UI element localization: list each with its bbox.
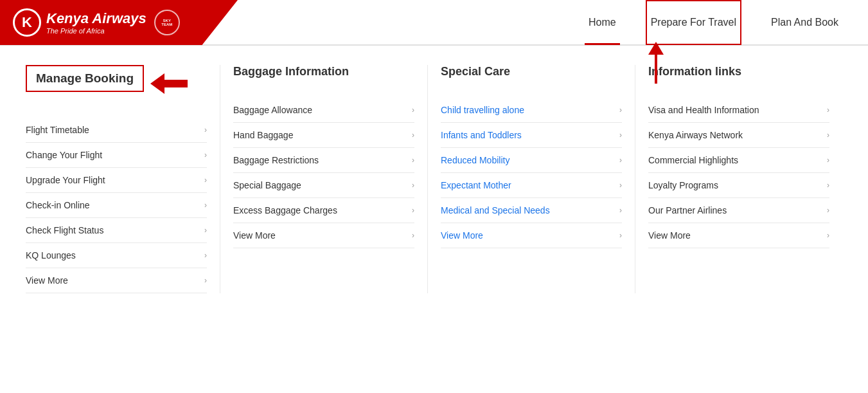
item-label: Upgrade Your Flight: [26, 175, 105, 185]
item-label: Reduced Mobility: [441, 155, 509, 165]
chevron-right-icon: ›: [827, 181, 829, 190]
list-item[interactable]: Upgrade Your Flight ›: [26, 168, 207, 193]
logo-name: Kenya Airways: [46, 10, 146, 27]
list-item[interactable]: Change Your Flight ›: [26, 143, 207, 168]
chevron-right-icon: ›: [204, 251, 207, 260]
item-label: Check-in Online: [26, 200, 90, 210]
chevron-right-icon: ›: [412, 156, 414, 165]
item-label: Change Your Flight: [26, 150, 102, 160]
skyteam-logo: SKY TEAM: [154, 10, 180, 35]
item-label: Expectant Mother: [441, 180, 511, 190]
list-item[interactable]: Child travelling alone ›: [441, 98, 622, 123]
list-item[interactable]: Kenya Airways Network ›: [648, 123, 829, 148]
item-label: Commercial Highlights: [648, 155, 738, 165]
chevron-right-icon: ›: [204, 276, 207, 285]
nav-links: Home Prepare For Travel Plan And Book: [585, 0, 842, 45]
item-label: View More: [648, 230, 691, 241]
list-item[interactable]: View More ›: [441, 223, 622, 248]
info-links-header: Information links: [648, 65, 829, 85]
svg-marker-1: [648, 42, 664, 55]
nav-plan[interactable]: Plan And Book: [767, 0, 842, 45]
item-label: Check Flight Status: [26, 225, 103, 235]
item-label: Flight Timetable: [26, 125, 89, 135]
info-links-column: Information links Visa and Health Inform…: [648, 65, 842, 293]
baggage-column: Baggage Information Baggage Allowance › …: [233, 65, 428, 293]
item-label: Hand Baggage: [233, 130, 293, 140]
left-arrow-annotation: [150, 72, 189, 98]
chevron-right-icon: ›: [619, 131, 622, 140]
item-label: KQ Lounges: [26, 250, 76, 260]
nav-prepare[interactable]: Prepare For Travel: [646, 0, 741, 45]
list-item[interactable]: Visa and Health Information ›: [648, 98, 829, 123]
list-item[interactable]: Hand Baggage ›: [233, 123, 414, 148]
manage-booking-header-row: Manage Booking: [26, 65, 207, 105]
item-label: Baggage Allowance: [233, 105, 312, 115]
chevron-right-icon: ›: [412, 206, 414, 215]
list-item[interactable]: View More ›: [233, 223, 414, 248]
item-label: Our Partner Airlines: [648, 205, 727, 215]
chevron-right-icon: ›: [204, 176, 207, 185]
chevron-right-icon: ›: [619, 156, 622, 165]
list-item[interactable]: Baggage Restrictions ›: [233, 148, 414, 173]
logo-brand: Kenya Airways The Pride of Africa: [46, 10, 146, 35]
svg-marker-2: [150, 73, 188, 94]
logo-banner: K Kenya Airways The Pride of Africa SKY …: [0, 0, 238, 45]
chevron-right-icon: ›: [827, 131, 829, 140]
chevron-right-icon: ›: [412, 131, 414, 140]
list-item[interactable]: KQ Lounges ›: [26, 243, 207, 268]
chevron-right-icon: ›: [827, 231, 829, 240]
list-item[interactable]: Check Flight Status ›: [26, 218, 207, 243]
list-item[interactable]: View More ›: [648, 223, 829, 248]
item-label: Baggage Restrictions: [233, 155, 319, 165]
chevron-right-icon: ›: [412, 105, 414, 114]
list-item[interactable]: Special Baggage ›: [233, 173, 414, 198]
list-item[interactable]: View More ›: [26, 268, 207, 293]
upward-arrow-annotation: [643, 42, 669, 89]
chevron-right-icon: ›: [827, 156, 829, 165]
baggage-header: Baggage Information: [233, 65, 414, 85]
chevron-right-icon: ›: [619, 231, 622, 240]
chevron-right-icon: ›: [204, 201, 207, 210]
item-label: View More: [26, 275, 68, 286]
list-item[interactable]: Reduced Mobility ›: [441, 148, 622, 173]
nav-home[interactable]: Home: [585, 0, 620, 45]
logo-tagline: The Pride of Africa: [46, 27, 146, 35]
logo-k-circle: K: [13, 8, 41, 37]
item-label: Special Baggage: [233, 180, 301, 190]
header: K Kenya Airways The Pride of Africa SKY …: [0, 0, 868, 45]
special-care-column: Special Care Child travelling alone › In…: [441, 65, 635, 293]
item-label: Medical and Special Needs: [441, 205, 550, 215]
special-care-header: Special Care: [441, 65, 622, 85]
item-label: Child travelling alone: [441, 105, 524, 115]
list-item[interactable]: Commercial Highlights ›: [648, 148, 829, 173]
list-item[interactable]: Flight Timetable ›: [26, 118, 207, 143]
chevron-right-icon: ›: [619, 105, 622, 114]
chevron-right-icon: ›: [204, 125, 207, 134]
list-item[interactable]: Medical and Special Needs ›: [441, 198, 622, 223]
manage-booking-header: Manage Booking: [26, 65, 144, 92]
item-label: View More: [441, 230, 483, 241]
item-label: Loyalty Programs: [648, 180, 718, 190]
item-label: Kenya Airways Network: [648, 130, 743, 140]
item-label: Infants and Toddlers: [441, 130, 522, 140]
chevron-right-icon: ›: [412, 181, 414, 190]
dropdown-menu: Manage Booking Flight Timetable › Change…: [0, 45, 868, 306]
chevron-right-icon: ›: [412, 231, 414, 240]
chevron-right-icon: ›: [619, 181, 622, 190]
item-label: Excess Baggage Charges: [233, 205, 337, 215]
chevron-right-icon: ›: [204, 226, 207, 235]
list-item[interactable]: Baggage Allowance ›: [233, 98, 414, 123]
chevron-right-icon: ›: [827, 105, 829, 114]
manage-booking-column: Manage Booking Flight Timetable › Change…: [26, 65, 220, 293]
item-label: Visa and Health Information: [648, 105, 759, 115]
list-item[interactable]: Check-in Online ›: [26, 193, 207, 218]
list-item[interactable]: Expectant Mother ›: [441, 173, 622, 198]
chevron-right-icon: ›: [619, 206, 622, 215]
chevron-right-icon: ›: [204, 151, 207, 160]
list-item[interactable]: Our Partner Airlines ›: [648, 198, 829, 223]
chevron-right-icon: ›: [827, 206, 829, 215]
list-item[interactable]: Infants and Toddlers ›: [441, 123, 622, 148]
item-label: View More: [233, 230, 276, 241]
list-item[interactable]: Excess Baggage Charges ›: [233, 198, 414, 223]
list-item[interactable]: Loyalty Programs ›: [648, 173, 829, 198]
